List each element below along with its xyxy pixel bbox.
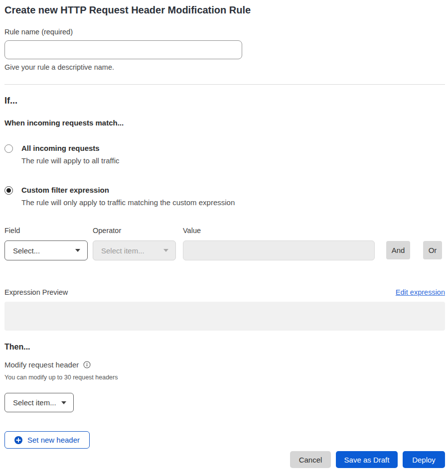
plus-circle-icon — [14, 436, 22, 444]
save-as-draft-button[interactable]: Save as Draft — [336, 451, 398, 468]
rule-name-input[interactable] — [4, 40, 242, 59]
cancel-button[interactable]: Cancel — [290, 451, 331, 468]
radio-all-requests-label: All incoming requests — [21, 144, 119, 152]
rule-name-label: Rule name (required) — [4, 28, 445, 36]
chevron-down-icon — [75, 249, 80, 252]
chevron-down-icon — [61, 401, 66, 404]
or-button[interactable]: Or — [423, 241, 442, 259]
create-rule-page: Create new HTTP Request Header Modificat… — [0, 0, 448, 476]
edit-expression-link[interactable]: Edit expression — [396, 288, 445, 296]
set-new-header-button[interactable]: Set new header — [4, 431, 90, 449]
radio-custom-expression-description: The rule will only apply to traffic matc… — [21, 198, 235, 207]
expression-builder-row: Field Select... Operator Select item... … — [4, 227, 445, 260]
header-item-select[interactable]: Select item... — [4, 393, 74, 412]
operator-select: Select item... — [93, 240, 176, 260]
radio-dot — [6, 188, 11, 193]
header-item-select-value: Select item... — [13, 398, 56, 407]
section-divider — [4, 84, 445, 85]
field-label: Field — [4, 227, 88, 235]
expression-preview-label: Expression Preview — [4, 288, 68, 296]
radio-option-all-requests[interactable]: All incoming requests The rule will appl… — [4, 144, 445, 165]
modify-request-header-label: Modify request header — [4, 360, 79, 369]
match-subheading: When incoming requests match... — [4, 119, 445, 127]
set-new-header-label: Set new header — [27, 436, 80, 444]
if-heading: If... — [4, 96, 445, 106]
field-select-value: Select... — [13, 246, 40, 255]
page-title: Create new HTTP Request Header Modificat… — [4, 4, 445, 16]
radio-custom-expression[interactable] — [4, 186, 13, 195]
modify-header-help: You can modify up to 30 request headers — [4, 374, 445, 381]
chevron-down-icon — [163, 249, 168, 252]
radio-all-requests[interactable] — [4, 144, 13, 153]
operator-label: Operator — [93, 227, 176, 235]
value-input — [183, 240, 375, 260]
deploy-button[interactable]: Deploy — [403, 451, 445, 468]
modify-header-row: Modify request header — [4, 360, 445, 369]
rule-name-help: Give your rule a descriptive name. — [4, 63, 445, 71]
operator-select-value: Select item... — [101, 246, 145, 255]
expression-preview-header: Expression Preview Edit expression — [4, 288, 445, 296]
expression-preview-box — [4, 302, 445, 331]
info-icon[interactable] — [83, 361, 91, 368]
footer-actions: Cancel Save as Draft Deploy — [4, 451, 445, 468]
radio-all-requests-description: The rule will apply to all traffic — [21, 156, 119, 165]
then-heading: Then... — [4, 343, 445, 352]
and-button[interactable]: And — [386, 241, 410, 259]
radio-option-custom-expression[interactable]: Custom filter expression The rule will o… — [4, 186, 445, 207]
value-label: Value — [183, 227, 375, 235]
field-select[interactable]: Select... — [4, 240, 88, 260]
radio-custom-expression-label: Custom filter expression — [21, 186, 235, 194]
